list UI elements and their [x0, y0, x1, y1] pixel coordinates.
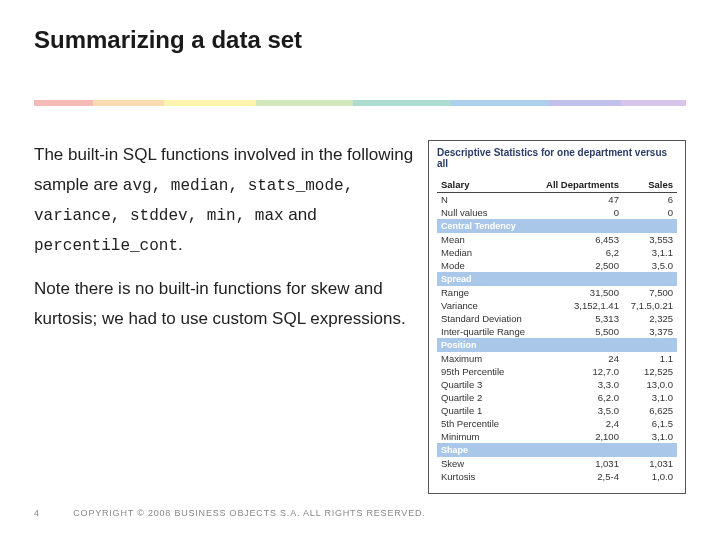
paragraph-1: The built-in SQL functions involved in t… [34, 140, 414, 260]
text-column: The built-in SQL functions involved in t… [34, 140, 414, 347]
row-min: Minimum2,1003,1.0 [437, 430, 677, 443]
p1-part-b: and [284, 205, 317, 224]
row-q3: Quartile 33,3.013,0.0 [437, 378, 677, 391]
row-p5: 5th Percentile2,46,1.5 [437, 417, 677, 430]
col-salary: Salary [437, 177, 536, 193]
row-variance: Variance3,152,1.417,1.5,0.21 [437, 299, 677, 312]
copyright-text: COPYRIGHT © 2008 BUSINESS OBJECTS S.A. A… [73, 508, 425, 518]
table-header-row: Salary All Departments Sales [437, 177, 677, 193]
row-range: Range31,5007,500 [437, 286, 677, 299]
row-kurtosis: Kurtosis2,5-41,0.0 [437, 470, 677, 483]
col-all-departments: All Departments [536, 177, 623, 193]
table-caption: Descriptive Statistics for one departmen… [437, 147, 677, 169]
row-p95: 95th Percentile12,7.012,525 [437, 365, 677, 378]
section-position: Position [437, 338, 677, 352]
slide-body: The built-in SQL functions involved in t… [34, 140, 686, 494]
code-percentile-cont: percentile_cont [34, 237, 178, 255]
row-null: Null values00 [437, 206, 677, 219]
row-q2: Quartile 26,2.03,1.0 [437, 391, 677, 404]
row-max: Maximum241.1 [437, 352, 677, 365]
row-n: N476 [437, 193, 677, 206]
row-q1: Quartile 13,5.06,625 [437, 404, 677, 417]
row-mean: Mean6,4533,553 [437, 233, 677, 246]
row-skew: Skew1,0311,031 [437, 457, 677, 470]
section-spread: Spread [437, 272, 677, 286]
slide-footer: 4 COPYRIGHT © 2008 BUSINESS OBJECTS S.A.… [34, 508, 426, 518]
page-title: Summarizing a data set [34, 26, 686, 54]
row-stddev: Standard Deviation5,3132,325 [437, 312, 677, 325]
row-iqr: Inter-quartile Range5,5003,375 [437, 325, 677, 338]
section-central-tendency: Central Tendency [437, 219, 677, 233]
stats-table: Salary All Departments Sales N476 Null v… [437, 177, 677, 483]
slide: Summarizing a data set The built-in SQL … [0, 0, 720, 540]
row-median: Median6,23,1.1 [437, 246, 677, 259]
row-mode: Mode2,5003,5.0 [437, 259, 677, 272]
rainbow-divider [34, 100, 686, 106]
page-number: 4 [34, 508, 70, 518]
paragraph-2: Note there is no built-in functions for … [34, 274, 414, 334]
p1-part-c: . [178, 235, 183, 254]
col-sales: Sales [623, 177, 677, 193]
stats-table-panel: Descriptive Statistics for one departmen… [428, 140, 686, 494]
section-shape: Shape [437, 443, 677, 457]
